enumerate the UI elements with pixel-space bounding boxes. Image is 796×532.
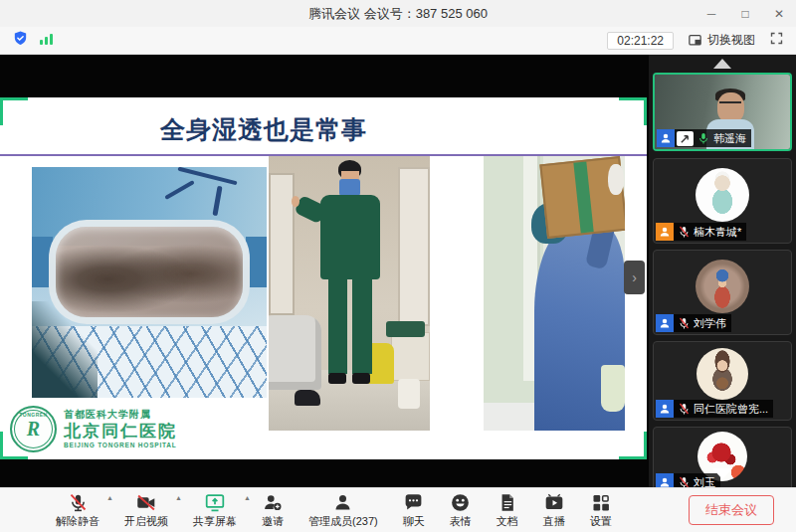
mic-muted-icon <box>676 401 692 417</box>
settings-icon <box>591 492 611 513</box>
share-screen-button[interactable]: 共享屏幕 ▲ <box>193 492 237 529</box>
manage-members-button[interactable]: 管理成员(237) <box>308 492 378 529</box>
hallway-door <box>269 173 295 316</box>
logo-line2: 北京同仁医院 <box>64 421 177 442</box>
chevron-right-icon: › <box>632 269 637 285</box>
participant-name-bar: 韩遥海 <box>657 129 751 147</box>
dropdown-arrow-icon[interactable]: ▲ <box>106 494 113 501</box>
screen-share-badge-icon <box>677 131 694 146</box>
seal-top-text: TONGREN <box>19 412 47 418</box>
avatar <box>696 348 748 400</box>
close-button[interactable]: ✕ <box>762 0 796 27</box>
cabinet <box>391 332 430 382</box>
scroll-up-icon[interactable] <box>713 59 731 69</box>
sidebar-collapse-handle[interactable]: › <box>624 261 645 294</box>
decor-shape <box>601 365 625 412</box>
settings-label: 设置 <box>590 514 612 529</box>
share-screen-icon <box>204 492 226 513</box>
shoe <box>328 373 346 384</box>
hospital-logo: TONGREN R 首都医科大学附属 北京同仁医院 BEIJING TONGRE… <box>10 406 177 452</box>
security-shield-icon[interactable] <box>12 30 29 51</box>
unmute-label: 解除静音 <box>56 514 100 529</box>
invite-icon <box>262 492 284 513</box>
presentation-slide: 全身湿透也是常事 <box>0 97 647 459</box>
emoji-icon <box>450 492 471 513</box>
chat-icon <box>403 492 424 513</box>
scrub-top <box>320 195 380 280</box>
live-button[interactable]: 直播 <box>543 492 565 529</box>
members-icon <box>332 492 353 513</box>
start-video-button[interactable]: 开启视频 ▲ <box>124 492 168 529</box>
emoji-button[interactable]: 表情 <box>450 492 472 529</box>
decor-shape <box>717 92 744 122</box>
participant-name-bar: 楠木青城* <box>656 223 746 241</box>
participant-tile[interactable]: 同仁医院曾宪... <box>653 341 792 421</box>
titlebar: 腾讯会议 会议号：387 525 060 ─ □ ✕ <box>0 0 796 27</box>
meeting-toolbar: 解除静音 ▲ 开启视频 ▲ 共享屏幕 ▲ 邀请 管理成员(237) 聊天 表 <box>0 487 796 532</box>
mic-muted-icon <box>676 474 692 487</box>
thumbs-up-hand <box>292 196 299 207</box>
docs-label: 文档 <box>497 514 518 529</box>
document-icon <box>498 492 517 513</box>
network-signal-icon[interactable] <box>39 32 55 50</box>
share-border-corner <box>619 97 647 125</box>
box-tape <box>573 162 593 233</box>
window-title: 腾讯会议 会议号：387 525 060 <box>308 5 488 23</box>
invite-button[interactable]: 邀请 <box>262 492 284 529</box>
layout-icon <box>688 33 702 48</box>
sneakers <box>295 390 320 407</box>
live-icon <box>543 492 565 513</box>
photo-man-in-scrubs <box>269 156 430 431</box>
end-meeting-button[interactable]: 结束会议 <box>689 495 774 525</box>
switch-view-button[interactable]: 切换视图 <box>688 32 755 49</box>
hospital-logo-text: 首都医科大学附属 北京同仁医院 BEIJING TONGREN HOSPITAL <box>64 409 177 450</box>
participants-sidebar: 韩遥海 楠木青城* <box>649 55 796 487</box>
decor-shape <box>398 379 421 409</box>
unmute-button[interactable]: 解除静音 ▲ <box>56 492 100 529</box>
decor-shape <box>386 321 425 338</box>
dropdown-arrow-icon[interactable]: ▲ <box>175 494 182 501</box>
share-screen-label: 共享屏幕 <box>193 514 237 529</box>
hospital-bed <box>269 315 321 390</box>
participant-tile[interactable]: 刘学伟 <box>653 250 792 335</box>
mic-muted-icon <box>676 224 692 240</box>
member-badge-icon <box>656 223 674 241</box>
participant-tile[interactable]: 楠木青城* <box>653 158 792 244</box>
chat-label: 聊天 <box>403 514 425 529</box>
avatar <box>696 260 749 313</box>
participant-tile[interactable]: 韩遥海 <box>653 73 792 151</box>
member-badge-icon <box>657 129 675 147</box>
participant-name: 同仁医院曾宪... <box>694 402 768 417</box>
hallway-door <box>398 167 430 326</box>
minimize-button[interactable]: ─ <box>695 0 728 27</box>
tencent-meeting-window: 腾讯会议 会议号：387 525 060 ─ □ ✕ 02:21:22 切换视图 <box>0 0 796 532</box>
maximize-button[interactable]: □ <box>728 0 762 27</box>
chat-button[interactable]: 聊天 <box>403 492 425 529</box>
meeting-timer: 02:21:22 <box>607 32 674 50</box>
photo-goggles-closeup <box>32 167 267 398</box>
member-badge-icon <box>656 400 674 418</box>
participant-name-bar: 刘玉 <box>656 473 720 487</box>
settings-button[interactable]: 设置 <box>590 492 612 529</box>
live-label: 直播 <box>543 514 565 529</box>
logo-line3: BEIJING TONGREN HOSPITAL <box>64 442 177 449</box>
shoe <box>352 373 370 384</box>
scrub-pants <box>328 278 347 375</box>
participant-name: 楠木青城* <box>694 225 741 240</box>
window-controls: ─ □ ✕ <box>695 0 796 27</box>
switch-view-label: 切换视图 <box>707 32 755 49</box>
scroll-down-icon[interactable] <box>712 468 732 479</box>
surgical-mask <box>339 179 360 196</box>
mic-off-icon <box>68 492 89 513</box>
decor-shape <box>719 101 741 107</box>
decor-shape <box>32 301 98 398</box>
member-badge-icon <box>656 314 674 332</box>
dropdown-arrow-icon[interactable]: ▲ <box>244 494 251 501</box>
scrub-pants <box>352 278 371 375</box>
participant-name-bar: 同仁医院曾宪... <box>656 400 773 418</box>
topbar-right-group: 02:21:22 切换视图 <box>607 31 784 50</box>
manage-members-label: 管理成员(237) <box>308 514 378 529</box>
fullscreen-icon[interactable] <box>769 31 784 50</box>
docs-button[interactable]: 文档 <box>497 492 518 529</box>
participant-name: 刘学伟 <box>694 316 726 331</box>
